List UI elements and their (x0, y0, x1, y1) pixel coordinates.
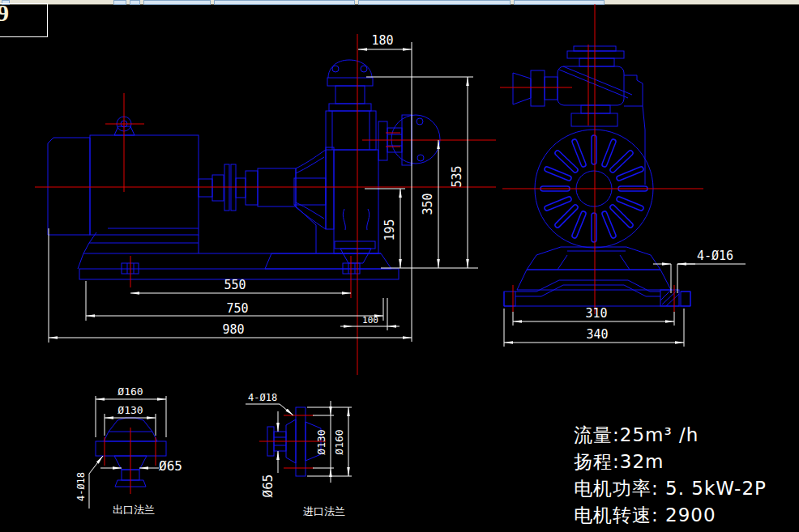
spec-flow: 流量:25m³ /h (574, 422, 767, 449)
dim-front-holes: 4-Ø16 (697, 249, 733, 263)
dim-340: 340 (586, 327, 608, 342)
dim-750: 750 (226, 301, 248, 316)
dim-180: 180 (371, 33, 393, 48)
dim-inlet-bc: Ø130 (315, 429, 327, 454)
dim-inlet-holes: 4-Ø18 (248, 392, 277, 403)
spec-speed: 电机转速: 2900 (574, 502, 767, 529)
dim-195: 195 (382, 219, 397, 240)
outlet-flange-label: 出口法兰 (113, 504, 155, 516)
dim-outlet-od: Ø160 (118, 385, 143, 398)
dim-980: 980 (222, 322, 244, 337)
cad-model-space: 9 (0, 0, 799, 532)
side-view-dimensions: 180 535 350 195 550 750 980 100 (49, 33, 478, 343)
spec-head: 扬程:32m (574, 449, 767, 475)
dim-550: 550 (224, 278, 246, 292)
dim-outlet-holes: 4-Ø18 (75, 472, 87, 501)
dim-100: 100 (362, 315, 378, 326)
front-view-geometry (504, 46, 690, 306)
spec-block: 流量:25m³ /h 扬程:32m 电机功率: 5. 5kW-2P 电机转速: … (574, 422, 767, 529)
dim-outlet-bore: Ø65 (159, 458, 182, 474)
dim-350: 350 (421, 193, 435, 215)
dim-outlet-bc: Ø130 (118, 404, 143, 416)
dim-310: 310 (585, 306, 607, 321)
inlet-flange-dimensions: 4-Ø18 Ø65 Ø130 Ø160 进口法兰 (246, 392, 352, 517)
spec-power: 电机功率: 5. 5kW-2P (574, 475, 767, 502)
dim-inlet-od: Ø160 (333, 429, 345, 454)
dim-535: 535 (450, 165, 464, 187)
inlet-flange-label: 进口法兰 (303, 505, 345, 517)
side-view-geometry (48, 60, 440, 279)
front-view-dimensions: 310 340 4-Ø16 (504, 249, 746, 347)
dim-inlet-bore: Ø65 (260, 475, 276, 498)
